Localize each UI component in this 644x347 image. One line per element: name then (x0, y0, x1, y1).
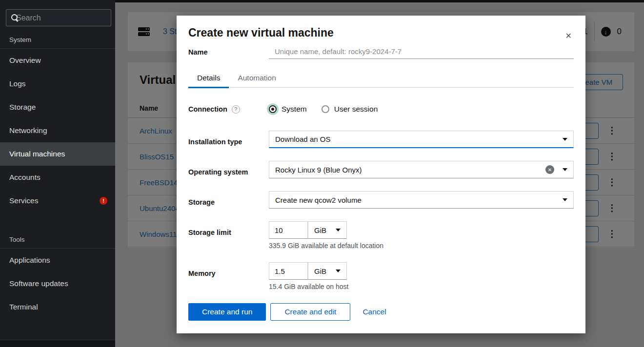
radio-label: System (282, 105, 307, 114)
nav-section-tools: Tools (0, 226, 115, 249)
storage-label: Storage (188, 191, 269, 209)
tab-automation[interactable]: Automation (229, 71, 284, 88)
sidebar-item-label: Services (9, 196, 38, 205)
storage-limit-input[interactable] (269, 221, 308, 239)
cancel-button[interactable]: Cancel (362, 303, 386, 321)
operating-system-row: Operating system Rocky Linux 9 (Blue Ony… (188, 161, 574, 178)
operating-system-select[interactable]: Rocky Linux 9 (Blue Onyx) ✕ (269, 161, 574, 178)
create-vm-dialog: Create new virtual machine ✕ Name Detail… (177, 16, 585, 333)
connection-row: Connection ? System User session (188, 102, 574, 116)
radio-unchecked-icon (322, 105, 329, 113)
memory-unit-select[interactable]: GiB (308, 262, 347, 280)
select-value: GiB (314, 267, 336, 275)
cockpit-app: System Overview Logs Storage Networking … (0, 0, 644, 347)
radio-checked-icon (269, 105, 277, 113)
dialog-title: Create new virtual machine (188, 26, 334, 39)
select-value: Download an OS (275, 135, 563, 143)
search-box (6, 9, 111, 26)
tab-details[interactable]: Details (188, 71, 229, 88)
nav-section-system: System (0, 26, 115, 49)
sidebar-item-services[interactable]: Services ! (0, 189, 115, 212)
memory-label: Memory (188, 262, 269, 280)
services-alert-badge: ! (100, 197, 107, 205)
dialog-tabs: Details Automation (188, 71, 574, 88)
chevron-down-icon (563, 198, 567, 201)
select-value: Create new qcow2 volume (275, 196, 563, 204)
memory-row: Memory GiB 15.4 GiB available on host (188, 262, 574, 290)
vm-name-input[interactable] (269, 45, 574, 59)
sidebar: System Overview Logs Storage Networking … (0, 0, 115, 347)
storage-select[interactable]: Create new qcow2 volume (269, 191, 574, 209)
search-input[interactable] (16, 14, 117, 22)
storage-limit-label: Storage limit (188, 221, 269, 239)
chevron-down-icon (336, 229, 341, 231)
select-value: Rocky Linux 9 (Blue Onyx) (275, 166, 545, 174)
chevron-down-icon (336, 270, 341, 272)
dialog-form: Connection ? System User session (188, 102, 574, 290)
sidebar-item-overview[interactable]: Overview (0, 49, 115, 72)
dialog-header: Create new virtual machine ✕ (188, 16, 574, 42)
radio-user-session[interactable]: User session (322, 105, 378, 114)
create-and-edit-button[interactable]: Create and edit (270, 303, 350, 321)
dialog-footer: Create and run Create and edit Cancel (188, 303, 574, 321)
clear-selection-icon[interactable]: ✕ (545, 165, 554, 174)
sidebar-item-logs[interactable]: Logs (0, 72, 115, 96)
chevron-down-icon (563, 168, 567, 171)
sidebar-bottom-strip (0, 340, 115, 347)
connection-radio-group: System User session (269, 102, 574, 116)
memory-input[interactable] (269, 262, 308, 280)
radio-label: User session (334, 105, 378, 114)
sidebar-item-networking[interactable]: Networking (0, 119, 115, 142)
help-icon[interactable]: ? (232, 105, 240, 114)
installation-type-row: Installation type Download an OS (188, 131, 574, 148)
connection-label: Connection (188, 105, 227, 113)
memory-helper-text: 15.4 GiB available on host (269, 283, 574, 290)
sidebar-item-applications[interactable]: Applications (0, 249, 115, 272)
sidebar-item-storage[interactable]: Storage (0, 96, 115, 119)
storage-limit-row: Storage limit GiB 335.9 GiB available at… (188, 221, 574, 250)
storage-row: Storage Create new qcow2 volume (188, 191, 574, 209)
sidebar-item-terminal[interactable]: Terminal (0, 295, 115, 319)
create-and-run-button[interactable]: Create and run (188, 303, 266, 321)
installation-type-label: Installation type (188, 131, 269, 148)
sidebar-item-software-updates[interactable]: Software updates (0, 272, 115, 295)
sidebar-nav: System Overview Logs Storage Networking … (0, 26, 115, 319)
sidebar-item-accounts[interactable]: Accounts (0, 166, 115, 189)
storage-limit-helper-text: 335.9 GiB available at default location (269, 242, 574, 250)
operating-system-label: Operating system (188, 161, 269, 178)
sidebar-item-virtual-machines[interactable]: Virtual machines (0, 142, 115, 166)
storage-limit-unit-select[interactable]: GiB (308, 221, 347, 239)
radio-system[interactable]: System (269, 105, 307, 114)
chevron-down-icon (563, 138, 567, 141)
close-icon[interactable]: ✕ (564, 29, 574, 42)
installation-type-select[interactable]: Download an OS (269, 131, 574, 148)
name-label: Name (188, 48, 269, 56)
select-value: GiB (314, 226, 336, 234)
name-field-row: Name (188, 45, 574, 59)
